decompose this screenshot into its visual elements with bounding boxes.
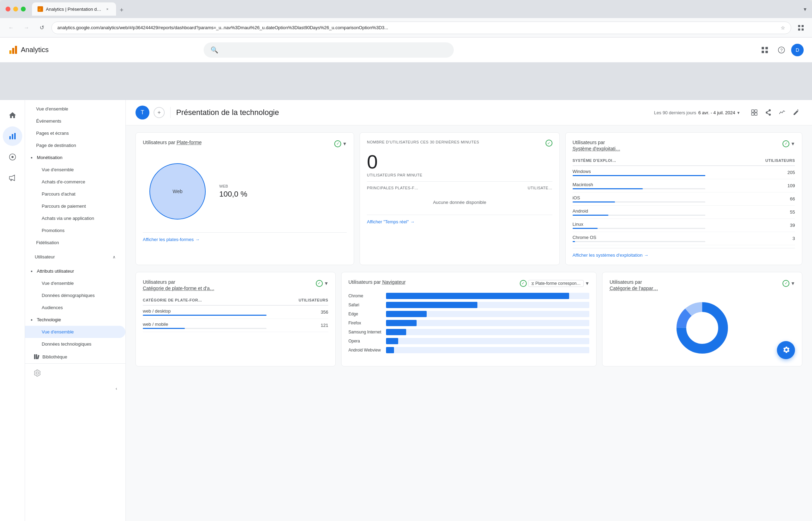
- card-header-6: Utilisateurs par Catégorie de l'appar… ✓…: [609, 279, 795, 291]
- add-report-button[interactable]: +: [154, 107, 165, 118]
- sidebar-item-audiences[interactable]: Audiences: [25, 301, 125, 314]
- sidebar-item-achats-ecommerce[interactable]: Achats d'e-commerce: [25, 176, 125, 188]
- bookmark-icon[interactable]: ☆: [781, 25, 785, 31]
- reports-icon: [8, 132, 17, 140]
- browser-bar-fill: [386, 293, 569, 299]
- apps-button[interactable]: [795, 22, 806, 33]
- sidebar-item-tech-vue-ensemble[interactable]: Vue d'ensemble: [25, 326, 125, 338]
- os-col1-header: SYSTÈME D'EXPLOI…: [573, 157, 705, 166]
- svg-rect-2: [41, 7, 42, 11]
- card-realtime: NOMBRE D'UTILISATEURS CES 30 DERNIÈRES M…: [360, 132, 560, 265]
- sidebar-item-promotions[interactable]: Promotions: [25, 224, 125, 237]
- help-button[interactable]: ?: [774, 43, 788, 57]
- search-bar[interactable]: 🔍: [204, 42, 454, 58]
- realtime-label: UTILISATEURS PAR MINUTE: [367, 173, 552, 177]
- utilisateur-collapse-header[interactable]: Utilisateur ∧: [29, 251, 121, 262]
- card-title-by-4: par: [168, 279, 175, 285]
- sidebar-item-fidelisation[interactable]: Fidélisation: [25, 237, 125, 249]
- main-content: T + Présentation de la technologie Les 9…: [126, 100, 812, 521]
- pie-chart-svg: Web: [143, 157, 212, 226]
- close-button[interactable]: [6, 7, 10, 11]
- card-dropdown-button-5[interactable]: ▾: [585, 279, 589, 287]
- platform-name: web / desktop: [143, 305, 266, 319]
- refresh-button[interactable]: ↺: [36, 22, 47, 33]
- help-icon: ?: [778, 46, 785, 54]
- sidebar-item-bibliotheque[interactable]: Bibliothèque: [25, 350, 125, 363]
- browser-name: Samsung Internet: [348, 330, 383, 334]
- advertising-icon: [8, 174, 17, 182]
- new-tab-button[interactable]: +: [116, 5, 127, 16]
- grid-view-button[interactable]: [758, 43, 772, 57]
- card-title-link-4[interactable]: Catégorie de plate-forme et d'a…: [143, 286, 215, 291]
- card-link-realtime[interactable]: Afficher "Temps réel" →: [367, 215, 552, 224]
- legend-item-web: WEB: [219, 184, 247, 188]
- check-circle-icon: ✓: [334, 140, 341, 147]
- rail-item-explore[interactable]: [3, 147, 22, 167]
- rail-item-home[interactable]: [3, 106, 22, 125]
- sidebar-item-parcours-paiement[interactable]: Parcours de paiement: [25, 200, 125, 212]
- sidebar-item-attr-vue-ensemble[interactable]: Vue d'ensemble: [25, 277, 125, 289]
- sidebar-label: Données technologiques: [42, 341, 91, 347]
- forward-button[interactable]: →: [21, 22, 32, 33]
- sidebar-settings-button[interactable]: [25, 363, 125, 382]
- card-dropdown-button-3[interactable]: ▾: [791, 140, 795, 148]
- sidebar-item-technologie[interactable]: ● Technologie: [25, 314, 125, 326]
- card-dropdown-button[interactable]: ▾: [343, 140, 347, 148]
- edit-button[interactable]: [790, 106, 802, 119]
- donut-chart-container: [609, 297, 795, 359]
- card-title-4: Utilisateurs par Catégorie de plate-form…: [143, 279, 215, 291]
- filter-button[interactable]: ⧖ Plate-forme correspon…: [528, 280, 584, 287]
- sidebar-item-donnees-demo[interactable]: Données démographiques: [25, 289, 125, 301]
- user-avatar[interactable]: D: [791, 44, 804, 56]
- card-dropdown-button-4[interactable]: ▾: [324, 279, 328, 287]
- card-dropdown-button-6[interactable]: ▾: [791, 279, 795, 287]
- active-tab[interactable]: Analytics | Présentation de la… ×: [32, 2, 116, 16]
- card-header-actions-5: ✓ ⧖ Plate-forme correspon… ▾: [520, 279, 590, 287]
- sidebar-label: Parcours d'achat: [42, 191, 75, 197]
- sidebar-item-monetisation[interactable]: ● Monétisation: [25, 151, 125, 164]
- sidebar-item-page-destination[interactable]: Page de destination: [25, 139, 125, 151]
- card-title-link[interactable]: Plate-forme: [177, 140, 202, 145]
- sidebar-item-mon-vue-ensemble[interactable]: Vue d'ensemble: [25, 164, 125, 176]
- compare-button[interactable]: [776, 106, 788, 119]
- rail-item-advertising[interactable]: [3, 168, 22, 188]
- rail-item-reports[interactable]: [3, 126, 22, 146]
- sidebar-item-attributs[interactable]: ● Attributs utilisateur: [25, 265, 125, 277]
- maximize-button[interactable]: [21, 7, 26, 11]
- svg-rect-24: [752, 110, 754, 112]
- card-title-link-5[interactable]: Navigateur: [382, 279, 406, 285]
- card-link-arrow-2: →: [410, 219, 415, 224]
- share-button[interactable]: [762, 106, 774, 119]
- card-link-os[interactable]: Afficher les systèmes d'exploitation →: [573, 248, 795, 258]
- card-header-4: Utilisateurs par Catégorie de plate-form…: [143, 279, 328, 291]
- card-title-2: NOMBRE D'UTILISATEURS CES 30 DERNIÈRES M…: [367, 140, 479, 145]
- sidebar-label: Achats d'e-commerce: [42, 179, 85, 184]
- back-button[interactable]: ←: [6, 22, 17, 33]
- address-bar[interactable]: analytics.google.com/analytics/web/#/p36…: [51, 22, 791, 34]
- settings-fab-button[interactable]: [777, 341, 795, 359]
- platform-table: CATÉGORIE DE PLATE-FOR… UTILISATEURS web…: [143, 297, 328, 332]
- card-title-link-3[interactable]: Système d'exploitati…: [573, 146, 621, 151]
- svg-rect-9: [15, 46, 17, 54]
- tabs-bar: Analytics | Présentation de la… × +: [32, 2, 800, 16]
- sidebar-item-pages-ecrans[interactable]: Pages et écrans: [25, 127, 125, 139]
- browser-chevron-icon[interactable]: ▾: [804, 6, 806, 13]
- sidebar-collapse-button[interactable]: ‹: [25, 382, 125, 395]
- minimize-button[interactable]: [13, 7, 18, 11]
- sidebar-item-evenements[interactable]: Événements: [25, 115, 125, 127]
- card-link-platforms[interactable]: Afficher les plates-formes →: [143, 232, 347, 242]
- layout-button[interactable]: [748, 106, 761, 119]
- check-icon-5: ✓: [522, 281, 525, 286]
- date-range-arrow[interactable]: ▾: [737, 110, 740, 115]
- card-title-link-6[interactable]: Catégorie de l'appar…: [609, 286, 658, 291]
- tab-close-button[interactable]: ×: [104, 6, 110, 12]
- page-header: T + Présentation de la technologie Les 9…: [126, 100, 812, 125]
- sidebar-item-donnees-tech[interactable]: Données technologiques: [25, 338, 125, 350]
- os-table-row: Macintosh 109: [573, 179, 795, 192]
- sidebar-item-vue-ensemble[interactable]: Vue d'ensemble: [25, 103, 125, 115]
- forward-icon: →: [24, 25, 29, 31]
- sidebar-item-parcours-achat[interactable]: Parcours d'achat: [25, 188, 125, 200]
- back-icon: ←: [8, 25, 14, 31]
- os-value: 3: [705, 232, 795, 245]
- sidebar-item-achats-app[interactable]: Achats via une application: [25, 212, 125, 224]
